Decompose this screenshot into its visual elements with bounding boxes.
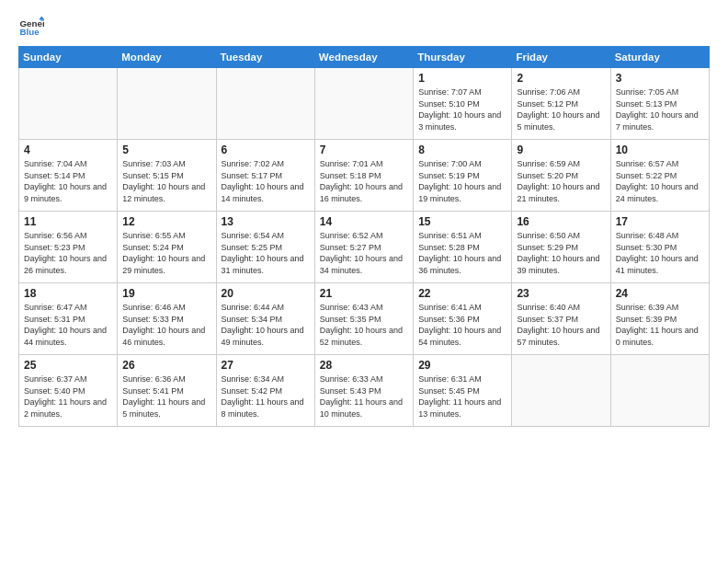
- day-cell: 15Sunrise: 6:51 AMSunset: 5:28 PMDayligh…: [414, 212, 512, 283]
- day-cell: 29Sunrise: 6:31 AMSunset: 5:45 PMDayligh…: [414, 355, 512, 427]
- day-number: 9: [517, 144, 605, 156]
- header-row: General Blue: [18, 15, 710, 40]
- week-row-5: 25Sunrise: 6:37 AMSunset: 5:40 PMDayligh…: [19, 355, 710, 427]
- day-info: Sunrise: 6:54 AMSunset: 5:25 PMDaylight:…: [222, 230, 310, 276]
- day-number: 3: [616, 72, 704, 85]
- weekday-header-saturday: Saturday: [610, 47, 709, 68]
- day-number: 11: [24, 215, 112, 228]
- day-info: Sunrise: 6:59 AMSunset: 5:20 PMDaylight:…: [517, 158, 605, 204]
- day-number: 12: [122, 215, 210, 228]
- day-number: 29: [418, 359, 506, 372]
- day-cell: [512, 355, 610, 427]
- day-number: 23: [517, 287, 605, 300]
- day-cell: 22Sunrise: 6:41 AMSunset: 5:36 PMDayligh…: [414, 283, 512, 355]
- day-info: Sunrise: 6:57 AMSunset: 5:22 PMDaylight:…: [616, 158, 704, 204]
- day-cell: [610, 355, 709, 427]
- day-cell: 24Sunrise: 6:39 AMSunset: 5:39 PMDayligh…: [610, 283, 709, 355]
- week-row-1: 1Sunrise: 7:07 AMSunset: 5:10 PMDaylight…: [19, 68, 710, 140]
- day-info: Sunrise: 7:04 AMSunset: 5:14 PMDaylight:…: [24, 158, 112, 204]
- day-info: Sunrise: 6:51 AMSunset: 5:28 PMDaylight:…: [418, 230, 506, 276]
- day-info: Sunrise: 6:33 AMSunset: 5:43 PMDaylight:…: [320, 373, 408, 419]
- day-number: 16: [517, 215, 605, 228]
- day-number: 2: [517, 72, 605, 85]
- day-cell: 9Sunrise: 6:59 AMSunset: 5:20 PMDaylight…: [512, 140, 610, 212]
- day-cell: 25Sunrise: 6:37 AMSunset: 5:40 PMDayligh…: [19, 355, 118, 427]
- day-number: 5: [122, 144, 210, 156]
- day-number: 17: [616, 215, 704, 228]
- day-info: Sunrise: 7:02 AMSunset: 5:17 PMDaylight:…: [222, 158, 310, 204]
- day-cell: 5Sunrise: 7:03 AMSunset: 5:15 PMDaylight…: [118, 140, 216, 212]
- day-number: 10: [616, 144, 704, 156]
- day-cell: 8Sunrise: 7:00 AMSunset: 5:19 PMDaylight…: [414, 140, 512, 212]
- day-number: 1: [418, 72, 506, 85]
- day-cell: 16Sunrise: 6:50 AMSunset: 5:29 PMDayligh…: [512, 212, 610, 283]
- logo-icon: General Blue: [18, 15, 44, 40]
- day-cell: 21Sunrise: 6:43 AMSunset: 5:35 PMDayligh…: [314, 283, 413, 355]
- day-cell: 20Sunrise: 6:44 AMSunset: 5:34 PMDayligh…: [216, 283, 314, 355]
- day-info: Sunrise: 6:41 AMSunset: 5:36 PMDaylight:…: [418, 302, 506, 348]
- week-row-3: 11Sunrise: 6:56 AMSunset: 5:23 PMDayligh…: [19, 212, 710, 283]
- day-info: Sunrise: 6:46 AMSunset: 5:33 PMDaylight:…: [122, 302, 210, 348]
- page: General Blue SundayMondayTuesdayWednesda…: [0, 0, 728, 436]
- day-number: 4: [24, 144, 112, 156]
- day-cell: 17Sunrise: 6:48 AMSunset: 5:30 PMDayligh…: [610, 212, 709, 283]
- day-cell: 4Sunrise: 7:04 AMSunset: 5:14 PMDaylight…: [19, 140, 118, 212]
- day-cell: 26Sunrise: 6:36 AMSunset: 5:41 PMDayligh…: [118, 355, 216, 427]
- day-info: Sunrise: 6:39 AMSunset: 5:39 PMDaylight:…: [616, 302, 704, 348]
- day-cell: 1Sunrise: 7:07 AMSunset: 5:10 PMDaylight…: [414, 68, 512, 140]
- day-number: 13: [222, 215, 310, 228]
- day-info: Sunrise: 6:43 AMSunset: 5:35 PMDaylight:…: [320, 302, 408, 348]
- day-cell: 6Sunrise: 7:02 AMSunset: 5:17 PMDaylight…: [216, 140, 314, 212]
- day-number: 24: [616, 287, 704, 300]
- day-cell: 7Sunrise: 7:01 AMSunset: 5:18 PMDaylight…: [314, 140, 413, 212]
- day-info: Sunrise: 6:31 AMSunset: 5:45 PMDaylight:…: [418, 373, 506, 419]
- week-row-2: 4Sunrise: 7:04 AMSunset: 5:14 PMDaylight…: [19, 140, 710, 212]
- day-number: 19: [122, 287, 210, 300]
- day-number: 25: [24, 359, 112, 372]
- day-info: Sunrise: 7:05 AMSunset: 5:13 PMDaylight:…: [616, 86, 704, 132]
- day-number: 18: [24, 287, 112, 300]
- day-cell: 27Sunrise: 6:34 AMSunset: 5:42 PMDayligh…: [216, 355, 314, 427]
- day-cell: 12Sunrise: 6:55 AMSunset: 5:24 PMDayligh…: [118, 212, 216, 283]
- day-cell: [19, 68, 118, 140]
- weekday-header-row: SundayMondayTuesdayWednesdayThursdayFrid…: [19, 47, 710, 68]
- day-info: Sunrise: 7:01 AMSunset: 5:18 PMDaylight:…: [320, 158, 408, 204]
- day-number: 20: [222, 287, 310, 300]
- day-info: Sunrise: 6:50 AMSunset: 5:29 PMDaylight:…: [517, 230, 605, 276]
- day-number: 8: [418, 144, 506, 156]
- week-row-4: 18Sunrise: 6:47 AMSunset: 5:31 PMDayligh…: [19, 283, 710, 355]
- day-info: Sunrise: 6:44 AMSunset: 5:34 PMDaylight:…: [222, 302, 310, 348]
- day-number: 15: [418, 215, 506, 228]
- day-cell: 10Sunrise: 6:57 AMSunset: 5:22 PMDayligh…: [610, 140, 709, 212]
- day-info: Sunrise: 7:03 AMSunset: 5:15 PMDaylight:…: [122, 158, 210, 204]
- calendar-table: SundayMondayTuesdayWednesdayThursdayFrid…: [18, 46, 710, 427]
- day-info: Sunrise: 6:36 AMSunset: 5:41 PMDaylight:…: [122, 373, 210, 419]
- weekday-header-tuesday: Tuesday: [216, 47, 314, 68]
- svg-text:Blue: Blue: [19, 27, 40, 37]
- day-cell: 18Sunrise: 6:47 AMSunset: 5:31 PMDayligh…: [19, 283, 118, 355]
- day-cell: 23Sunrise: 6:40 AMSunset: 5:37 PMDayligh…: [512, 283, 610, 355]
- day-info: Sunrise: 6:48 AMSunset: 5:30 PMDaylight:…: [616, 230, 704, 276]
- day-number: 28: [320, 359, 408, 372]
- day-cell: 2Sunrise: 7:06 AMSunset: 5:12 PMDaylight…: [512, 68, 610, 140]
- day-cell: [216, 68, 314, 140]
- weekday-header-friday: Friday: [512, 47, 610, 68]
- day-number: 14: [320, 215, 408, 228]
- day-number: 6: [222, 144, 310, 156]
- day-cell: 28Sunrise: 6:33 AMSunset: 5:43 PMDayligh…: [314, 355, 413, 427]
- day-info: Sunrise: 7:06 AMSunset: 5:12 PMDaylight:…: [517, 86, 605, 132]
- day-info: Sunrise: 7:07 AMSunset: 5:10 PMDaylight:…: [418, 86, 506, 132]
- day-info: Sunrise: 6:55 AMSunset: 5:24 PMDaylight:…: [122, 230, 210, 276]
- day-info: Sunrise: 7:00 AMSunset: 5:19 PMDaylight:…: [418, 158, 506, 204]
- day-info: Sunrise: 6:56 AMSunset: 5:23 PMDaylight:…: [24, 230, 112, 276]
- weekday-header-monday: Monday: [118, 47, 216, 68]
- day-cell: 13Sunrise: 6:54 AMSunset: 5:25 PMDayligh…: [216, 212, 314, 283]
- day-info: Sunrise: 6:34 AMSunset: 5:42 PMDaylight:…: [222, 373, 310, 419]
- day-number: 26: [122, 359, 210, 372]
- day-cell: [314, 68, 413, 140]
- day-info: Sunrise: 6:40 AMSunset: 5:37 PMDaylight:…: [517, 302, 605, 348]
- day-number: 7: [320, 144, 408, 156]
- day-cell: 14Sunrise: 6:52 AMSunset: 5:27 PMDayligh…: [314, 212, 413, 283]
- day-cell: 11Sunrise: 6:56 AMSunset: 5:23 PMDayligh…: [19, 212, 118, 283]
- logo: General Blue: [18, 15, 48, 40]
